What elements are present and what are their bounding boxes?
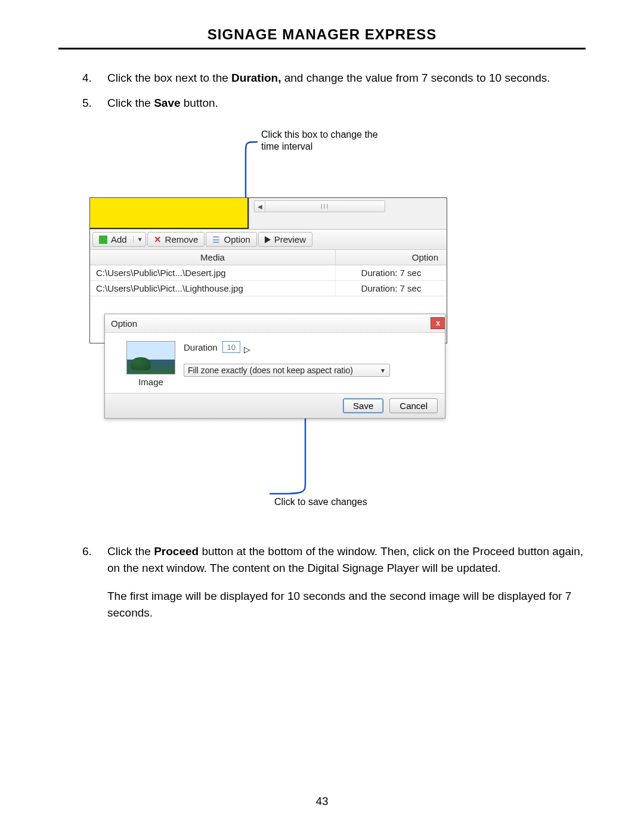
dialog-title: Option [111, 318, 137, 329]
cell-media: C:\Users\Public\Pict...\Lighthouse.jpg [90, 281, 336, 296]
cell-option: Duration: 7 sec [336, 281, 447, 296]
text: and change the value from 7 seconds to 1… [281, 72, 550, 84]
page-title: SIGNAGE MANAGER EXPRESS [58, 26, 586, 48]
play-icon [265, 236, 271, 243]
scroll-left-icon[interactable]: ◀ [255, 201, 265, 212]
dialog-fields: Duration ▷ Fill zone exactly (does not k… [184, 341, 436, 377]
step-5: 5. Click the Save button. [82, 95, 586, 112]
duration-input[interactable] [222, 341, 240, 353]
option-button[interactable]: ☰ Option [206, 232, 256, 247]
dialog-titlebar[interactable]: Option x [105, 314, 445, 333]
table-header: Media Option [90, 250, 447, 265]
text: Click the [107, 545, 154, 558]
cell-option: Duration: 7 sec [336, 265, 447, 280]
bold-duration: Duration, [231, 72, 281, 84]
text: button. [181, 97, 218, 109]
x-icon: ✕ [154, 235, 162, 244]
text: Click the box next to the [107, 72, 231, 84]
bold-save: Save [154, 97, 180, 109]
step-6: 6. Click the Proceed button at the botto… [82, 543, 586, 576]
add-button[interactable]: Add ▼ [92, 232, 146, 247]
label: Preview [274, 234, 306, 244]
figure: Click this box to change the time interv… [89, 129, 447, 507]
step-number: 5. [82, 95, 92, 112]
top-strip: ◀ III [90, 198, 447, 230]
fill-mode-select[interactable]: Fill zone exactly (does not keep aspect … [184, 364, 390, 377]
fill-mode-value: Fill zone exactly (does not keep aspect … [188, 366, 353, 375]
scroll-thumb[interactable]: III [265, 203, 385, 210]
close-icon[interactable]: x [431, 317, 445, 329]
text: The first image will be displayed for 10… [107, 590, 571, 619]
dialog-body: Image Duration ▷ Fill zone exactly (does… [105, 333, 445, 393]
remove-button[interactable]: ✕ Remove [147, 232, 205, 247]
cursor-icon: ▷ [244, 345, 250, 354]
image-thumbnail: Image [126, 341, 175, 387]
thumbnail-image [126, 341, 175, 374]
save-button[interactable]: Save [343, 398, 383, 413]
column-option[interactable]: Option [336, 250, 447, 265]
instruction-list: 4. Click the box next to the Duration, a… [58, 70, 586, 111]
label: Add [111, 234, 127, 244]
preview-button[interactable]: Preview [258, 232, 312, 247]
list-icon: ☰ [212, 235, 220, 244]
callout-bottom: Click to save changes [274, 497, 367, 507]
chevron-down-icon[interactable]: ▼ [133, 236, 143, 243]
followup-list: 6. Click the Proceed button at the botto… [58, 543, 586, 621]
thumbnail-label: Image [126, 377, 175, 387]
table-row[interactable]: C:\Users\Public\Pict...\Desert.jpg Durat… [90, 265, 447, 281]
duration-label: Duration [184, 342, 218, 352]
dialog-footer: Save Cancel [105, 393, 445, 418]
horizontal-scrollbar[interactable]: ◀ III [254, 200, 385, 212]
title-rule [58, 48, 586, 49]
cell-media: C:\Users\Public\Pict...\Desert.jpg [90, 265, 336, 280]
callout-top: Click this box to change the time interv… [261, 129, 392, 153]
option-dialog: Option x Image Duration ▷ [104, 314, 445, 419]
cancel-button[interactable]: Cancel [389, 398, 438, 413]
step-4: 4. Click the box next to the Duration, a… [82, 70, 586, 86]
label: Remove [165, 234, 199, 244]
paragraph-result: The first image will be displayed for 10… [82, 588, 586, 621]
chevron-down-icon: ▼ [380, 367, 386, 374]
column-media[interactable]: Media [90, 250, 336, 265]
text: Click the [107, 97, 154, 109]
scroll-area: ◀ III [249, 198, 447, 229]
toolbar: Add ▼ ✕ Remove ☰ Option Preview [90, 230, 447, 250]
step-number: 6. [82, 543, 92, 560]
layout-zone[interactable] [90, 198, 249, 229]
label: Option [224, 234, 250, 244]
table-row[interactable]: C:\Users\Public\Pict...\Lighthouse.jpg D… [90, 281, 447, 296]
plus-icon [99, 236, 107, 244]
bold-proceed: Proceed [154, 545, 199, 558]
app-screenshot: ◀ III Add ▼ ✕ Remove ☰ Option [89, 197, 447, 343]
step-number: 4. [82, 70, 92, 86]
page-number: 43 [0, 795, 644, 808]
